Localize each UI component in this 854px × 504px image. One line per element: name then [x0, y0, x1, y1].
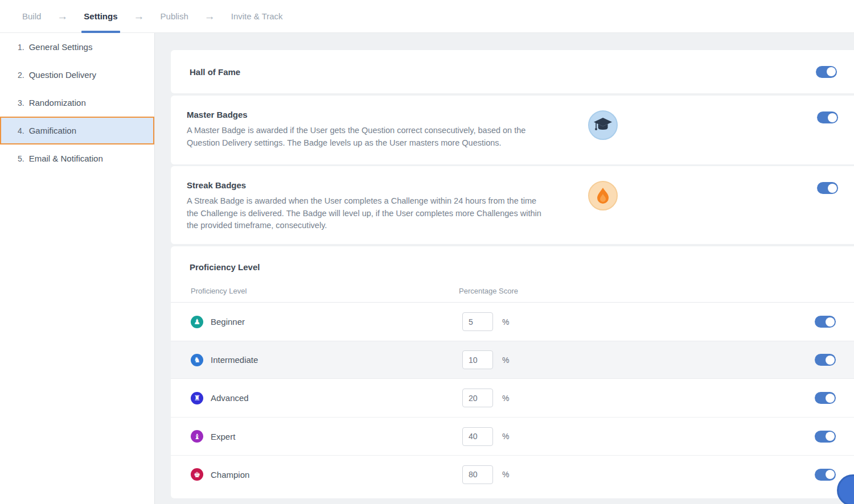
- arrow-right-icon: →: [43, 10, 81, 23]
- column-header-proficiency-level: Proficiency Level: [191, 287, 247, 295]
- proficiency-label: Intermediate: [211, 355, 258, 365]
- graduation-cap-icon: [588, 110, 618, 140]
- percentage-input-intermediate[interactable]: [462, 350, 493, 369]
- percentage-input-advanced[interactable]: [462, 389, 493, 407]
- proficiency-row-champion: ♚ Champion %: [171, 455, 854, 493]
- sidebar-item-general-settings[interactable]: 1. General Settings: [0, 33, 154, 61]
- hall-of-fame-toggle[interactable]: [816, 66, 837, 78]
- streak-badges-title: Streak Badges: [187, 180, 854, 190]
- proficiency-row-advanced: ♜ Advanced %: [171, 379, 854, 417]
- flame-icon: [588, 181, 618, 210]
- proficiency-level-title: Proficiency Level: [171, 246, 854, 272]
- item-number: 2.: [18, 71, 24, 80]
- toggle-knob: [828, 184, 837, 193]
- champion-toggle[interactable]: [815, 469, 836, 481]
- tab-build[interactable]: Build: [20, 0, 43, 33]
- sidebar-item-question-delivery[interactable]: 2. Question Delivery: [0, 61, 154, 89]
- proficiency-label: Advanced: [211, 393, 249, 403]
- percent-sign: %: [502, 317, 509, 327]
- intermediate-toggle[interactable]: [815, 354, 836, 366]
- hall-of-fame-title: Hall of Fame: [190, 67, 240, 77]
- tab-build-label: Build: [22, 11, 41, 21]
- percentage-input-champion[interactable]: [462, 465, 493, 484]
- sidebar-item-label: Question Delivery: [29, 70, 96, 80]
- toggle-knob: [827, 67, 836, 76]
- percentage-input-beginner[interactable]: [462, 312, 493, 331]
- breadcrumb: Build → Settings → Publish → Invite & Tr…: [0, 0, 854, 33]
- proficiency-row-intermediate: ♞ Intermediate %: [171, 341, 854, 379]
- toggle-knob: [826, 356, 835, 365]
- expert-toggle[interactable]: [815, 431, 836, 443]
- arrow-right-icon: →: [120, 10, 158, 23]
- rook-icon: ♜: [191, 392, 203, 404]
- sidebar-item-gamification[interactable]: 4. Gamification: [0, 117, 154, 144]
- proficiency-level-section: Proficiency Level Proficiency Level Perc…: [171, 246, 854, 498]
- sidebar-item-label: Gamification: [29, 126, 76, 135]
- active-tab-underline: [81, 31, 120, 33]
- column-header-percentage-score: Percentage Score: [459, 287, 518, 295]
- settings-sidebar: 1. General Settings 2. Question Delivery…: [0, 33, 155, 504]
- proficiency-label: Beginner: [211, 317, 245, 327]
- percent-sign: %: [502, 432, 509, 441]
- streak-badges-description: A Streak Badge is awarded when the User …: [187, 195, 548, 232]
- sidebar-item-label: Email & Notification: [29, 154, 103, 163]
- tab-publish-label: Publish: [161, 11, 188, 21]
- proficiency-row-expert: ♝ Expert %: [171, 417, 854, 455]
- bishop-icon: ♝: [191, 430, 203, 443]
- percent-sign: %: [502, 470, 509, 479]
- sidebar-item-email-notification[interactable]: 5. Email & Notification: [0, 144, 154, 172]
- item-number: 4.: [18, 126, 24, 135]
- streak-badges-toggle[interactable]: [817, 182, 838, 194]
- master-badges-toggle[interactable]: [817, 111, 838, 123]
- proficiency-label: Champion: [211, 470, 249, 480]
- toggle-knob: [826, 432, 835, 441]
- sidebar-item-label: General Settings: [29, 42, 93, 52]
- pawn-icon: ♟︎: [191, 316, 203, 328]
- master-badges-description: A Master Badge is awarded if the User ge…: [187, 125, 548, 149]
- sidebar-item-randomization[interactable]: 3. Randomization: [0, 89, 154, 117]
- proficiency-table-header: Proficiency Level Percentage Score: [171, 287, 854, 303]
- item-number: 5.: [18, 154, 24, 163]
- knight-icon: ♞: [191, 354, 203, 366]
- gamification-settings-panel: Hall of Fame Master Badges A Master Badg…: [155, 33, 854, 504]
- percent-sign: %: [502, 394, 509, 403]
- toggle-knob: [826, 470, 835, 479]
- master-badges-section: Master Badges A Master Badge is awarded …: [171, 96, 854, 164]
- toggle-knob: [828, 113, 837, 122]
- king-icon: ♚: [191, 468, 203, 481]
- tab-invite-track[interactable]: Invite & Track: [229, 0, 285, 33]
- advanced-toggle[interactable]: [815, 392, 836, 404]
- percent-sign: %: [502, 356, 509, 365]
- proficiency-label: Expert: [211, 432, 235, 441]
- percentage-input-expert[interactable]: [462, 427, 493, 446]
- proficiency-row-beginner: ♟︎ Beginner %: [171, 303, 854, 341]
- tab-settings[interactable]: Settings: [81, 0, 120, 33]
- streak-badges-section: Streak Badges A Streak Badge is awarded …: [171, 166, 854, 244]
- toggle-knob: [826, 317, 835, 327]
- arrow-right-icon: →: [191, 10, 229, 23]
- hall-of-fame-section: Hall of Fame: [171, 50, 854, 93]
- item-number: 3.: [18, 98, 24, 108]
- beginner-toggle[interactable]: [815, 316, 836, 328]
- master-badges-title: Master Badges: [187, 110, 854, 119]
- tab-publish[interactable]: Publish: [158, 0, 191, 33]
- sidebar-item-label: Randomization: [29, 98, 86, 108]
- toggle-knob: [826, 394, 835, 403]
- tab-settings-label: Settings: [84, 11, 117, 21]
- tab-invite-track-label: Invite & Track: [231, 11, 283, 21]
- item-number: 1.: [18, 43, 24, 52]
